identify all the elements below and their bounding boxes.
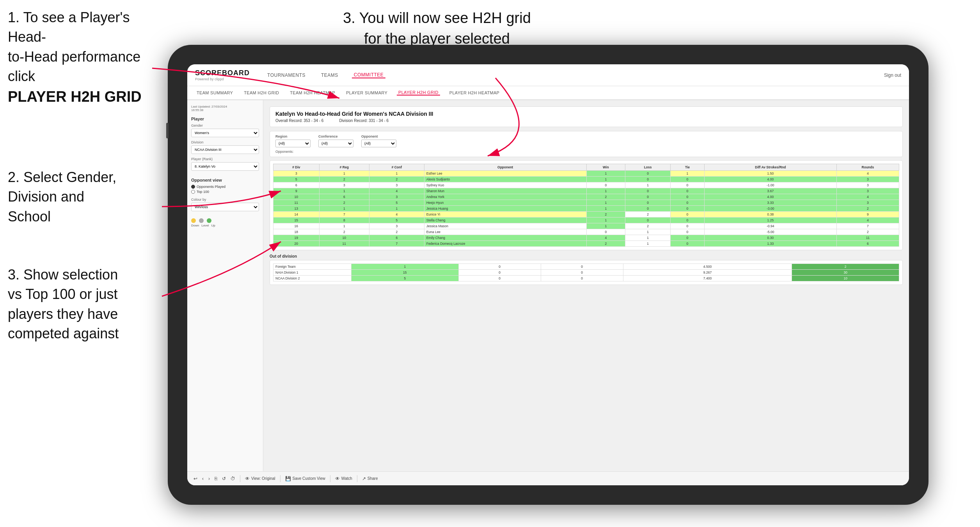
td-win: 2 <box>586 194 625 200</box>
sub-nav-team-h2h-grid[interactable]: TEAM H2H GRID <box>242 90 281 95</box>
nav-sign-out[interactable]: Sign out <box>884 73 901 78</box>
toolbar-share[interactable]: ↗ Share <box>362 476 378 481</box>
step1-line2: to-Head performance click <box>8 49 140 84</box>
copy-icon: ⎘ <box>215 476 217 481</box>
td-win: 4 <box>586 235 625 241</box>
td-win: 0 <box>586 182 625 188</box>
step3-bottom-line2: vs Top 100 or just <box>8 286 118 302</box>
radio-opponents-played[interactable]: Opponents Played <box>191 185 259 189</box>
td-loss: 0 <box>625 200 671 206</box>
th-div: # Div <box>273 164 320 171</box>
td-reg: 10 <box>319 235 369 241</box>
sub-nav-player-h2h-grid[interactable]: PLAYER H2H GRID <box>397 90 440 95</box>
view-icon: 👁 <box>245 476 250 481</box>
td-tie: 1 <box>671 171 705 177</box>
nav-tournaments[interactable]: TOURNAMENTS <box>265 73 307 78</box>
td-rounds: 9 <box>836 212 899 218</box>
toolbar-view-original[interactable]: 👁 View: Original <box>245 476 275 481</box>
sub-nav-player-h2h-heatmap[interactable]: PLAYER H2H HEATMAP <box>448 90 501 95</box>
radio-dot-top100 <box>191 190 195 194</box>
toolbar-forward[interactable]: › <box>208 476 210 481</box>
td-conf: 2 <box>369 229 424 235</box>
toolbar-save-custom[interactable]: 💾 Save Custom View <box>285 476 325 481</box>
division-select[interactable]: NCAA Division III NCAA Division I NCAA D… <box>191 145 259 154</box>
out-of-division-table: Foreign Team 1 0 0 4.500 2 NAIA Division… <box>273 264 899 281</box>
td-conf: 3 <box>369 223 424 229</box>
gender-select[interactable]: Women's Men's <box>191 129 259 137</box>
filter-group-conference: Conference (All) <box>318 134 353 147</box>
td-opponent: Eunice Yi <box>424 212 586 218</box>
td-div: 6 <box>273 182 320 188</box>
filter-group-opponent: Opponent (All) <box>361 134 396 147</box>
colour-dot-level <box>199 218 204 223</box>
td-diff: -1.00 <box>704 182 836 188</box>
toolbar-sep2 <box>280 475 281 482</box>
toolbar-undo[interactable]: ↩ <box>194 476 197 481</box>
table-row: 13 1 1 Jessica Huang 1 0 0 -3.00 2 <box>273 206 899 212</box>
td-rounds: 3 <box>836 182 899 188</box>
td-opponent: Sydney Kuo <box>424 182 586 188</box>
td-reg: 1 <box>319 171 369 177</box>
td-win: 1 <box>586 177 625 182</box>
filter-row-region: Region (All) Conference (All) <box>275 134 897 147</box>
sub-nav-team-summary[interactable]: TEAM SUMMARY <box>195 90 234 95</box>
td-div: 19 <box>273 235 320 241</box>
toolbar-copy[interactable]: ⎘ <box>215 476 217 481</box>
h2h-main-title: Katelyn Vo Head-to-Head Grid for Women's… <box>275 111 897 117</box>
td-loss: 1 <box>625 229 671 235</box>
td-reg: 1 <box>319 188 369 194</box>
toolbar-timer[interactable]: ⏱ <box>231 476 235 481</box>
nav-committee[interactable]: COMMITTEE <box>352 72 386 78</box>
td-reg: 2 <box>319 229 369 235</box>
td-win: 1 <box>586 218 625 223</box>
colour-up-label: Up <box>211 224 215 227</box>
td-tie: 0 <box>671 182 705 188</box>
step2-line1: 2. Select Gender, <box>8 169 116 185</box>
td-opponent: Jessica Mason <box>424 223 586 229</box>
sidebar-timestamp: Last Updated: 27/03/2024 16:55:38 <box>191 105 259 112</box>
td-win: 1 <box>586 200 625 206</box>
main-content: Last Updated: 27/03/2024 16:55:38 Player… <box>187 100 909 471</box>
td-tie: 0 <box>671 241 705 247</box>
nav-teams[interactable]: TEAMS <box>319 73 340 78</box>
td-ood-name: Foreign Team <box>273 264 352 270</box>
watch-label: Watch <box>341 476 352 481</box>
player-rank-select[interactable]: 8. Katelyn Vo <box>191 162 259 171</box>
th-tie: Tie <box>671 164 705 171</box>
radio-top-100[interactable]: Top 100 <box>191 190 259 194</box>
td-diff: 3.67 <box>704 188 836 194</box>
toolbar-back[interactable]: ‹ <box>202 476 204 481</box>
td-win: 2 <box>586 241 625 247</box>
timer-icon: ⏱ <box>231 476 235 481</box>
opponent-view-title: Opponent view <box>191 178 259 182</box>
td-ood-diff: 9.267 <box>623 270 792 276</box>
td-diff: 3.33 <box>704 200 836 206</box>
forward-icon: › <box>208 476 210 481</box>
td-rounds: 6 <box>836 241 899 247</box>
td-ood-tie: 0 <box>541 270 623 276</box>
sub-nav-team-h2h-heatmap[interactable]: TEAM H2H HEATMAP <box>288 90 337 95</box>
filter-opponent-select[interactable]: (All) <box>361 140 396 147</box>
td-ood-rounds: 30 <box>792 270 899 276</box>
sub-nav-player-summary[interactable]: PLAYER SUMMARY <box>344 90 389 95</box>
toolbar-redo[interactable]: ↺ <box>222 476 226 481</box>
filter-conference-select[interactable]: (All) <box>318 140 353 147</box>
table-row: 10 6 3 Andrea York 2 0 0 4.00 4 <box>273 194 899 200</box>
share-icon: ↗ <box>362 476 366 481</box>
bottom-toolbar: ↩ ‹ › ⎘ ↺ ⏱ 👁 View: Original <box>187 471 909 485</box>
td-conf: 1 <box>369 171 424 177</box>
colour-by-select[interactable]: Win/loss <box>191 203 259 211</box>
redo-icon: ↺ <box>222 476 226 481</box>
step3-bottom-line4: competed against <box>8 325 119 341</box>
filter-section: Region (All) Conference (All) <box>270 131 903 157</box>
filter-region-select[interactable]: (All) <box>275 140 311 147</box>
toolbar-watch[interactable]: 👁 Watch <box>335 476 352 481</box>
step1-bold: PLAYER H2H GRID <box>8 88 142 105</box>
td-ood-diff: 7.400 <box>623 276 792 281</box>
colour-dot-down <box>191 218 196 223</box>
td-diff: 0.38 <box>704 212 836 218</box>
td-loss: 1 <box>625 241 671 247</box>
colour-level-label: Level <box>201 224 209 227</box>
ood-table-row: NAIA Division 1 15 0 0 9.267 30 <box>273 270 899 276</box>
td-ood-loss: 0 <box>458 270 541 276</box>
